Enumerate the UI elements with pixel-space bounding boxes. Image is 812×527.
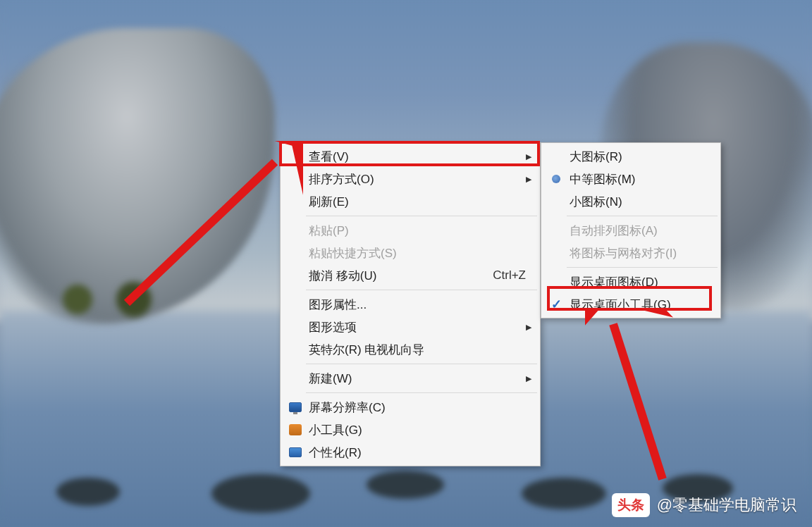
watermark-logo: 头条	[612, 493, 650, 517]
blank-icon	[546, 273, 567, 290]
menu-item-paste-shortcut: 粘贴快捷方式(S)	[282, 242, 539, 264]
menu-item-intel-tv[interactable]: 英特尔(R) 电视机向导	[282, 338, 539, 361]
submenu-item-medium-icons[interactable]: 中等图标(M)	[543, 168, 719, 190]
radio-icon	[546, 170, 567, 187]
watermark: 头条 @零基础学电脑常识	[612, 493, 796, 517]
submenu-item-large-icons[interactable]: 大图标(R)	[543, 145, 719, 168]
menu-label: 撤消 移动(U)	[309, 268, 479, 284]
submenu-item-align-grid: 将图标与网格对齐(I)	[543, 242, 719, 264]
menu-item-resolution[interactable]: 屏幕分辨率(C)	[282, 396, 539, 418]
menu-item-personalize[interactable]: 个性化(R)	[282, 441, 539, 464]
menu-label: 小图标(N)	[570, 194, 706, 210]
submenu-arrow-icon: ▶	[522, 152, 531, 161]
blank-icon	[546, 222, 567, 239]
blank-icon	[285, 267, 306, 284]
blank-icon	[546, 193, 567, 210]
blank-icon	[546, 148, 567, 165]
monitor-icon	[285, 399, 306, 416]
gadget-icon	[285, 421, 306, 438]
wallpaper-trees	[35, 268, 176, 331]
menu-label: 图形属性...	[309, 297, 526, 313]
menu-item-graphics-options[interactable]: 图形选项 ▶	[282, 316, 539, 338]
submenu-arrow-icon: ▶	[522, 175, 531, 184]
menu-item-gadgets[interactable]: 小工具(G)	[282, 418, 539, 441]
menu-separator	[567, 267, 718, 268]
menu-label: 刷新(E)	[309, 194, 526, 210]
menu-separator	[567, 216, 718, 216]
blank-icon	[285, 193, 306, 210]
menu-label: 粘贴快捷方式(S)	[309, 245, 526, 261]
menu-label: 新建(W)	[309, 371, 526, 387]
desktop-context-menu: 查看(V) ▶ 排序方式(O) ▶ 刷新(E) 粘贴(P) 粘贴快捷方式(S) …	[280, 142, 541, 466]
menu-item-view[interactable]: 查看(V) ▶	[282, 145, 539, 168]
menu-label: 显示桌面小工具(G)	[570, 297, 706, 313]
menu-label: 将图标与网格对齐(I)	[570, 245, 706, 261]
menu-item-graphics-props[interactable]: 图形属性...	[282, 293, 539, 316]
submenu-arrow-icon: ▶	[522, 323, 531, 332]
blank-icon	[285, 296, 306, 313]
menu-label: 自动排列图标(A)	[570, 223, 706, 239]
submenu-item-small-icons[interactable]: 小图标(N)	[543, 190, 719, 213]
menu-separator	[306, 216, 537, 216]
blank-icon	[285, 341, 306, 358]
blank-icon	[285, 222, 306, 239]
menu-separator	[306, 392, 537, 393]
menu-label: 个性化(R)	[309, 445, 526, 461]
menu-shortcut: Ctrl+Z	[493, 268, 526, 283]
menu-label: 图形选项	[309, 319, 526, 335]
blank-icon	[285, 148, 306, 165]
menu-label: 中等图标(M)	[570, 171, 706, 187]
blank-icon	[285, 244, 306, 261]
menu-label: 大图标(R)	[570, 149, 706, 165]
menu-label: 查看(V)	[309, 149, 526, 165]
blank-icon	[546, 244, 567, 261]
blank-icon	[285, 318, 306, 335]
menu-item-paste: 粘贴(P)	[282, 219, 539, 242]
menu-item-sort[interactable]: 排序方式(O) ▶	[282, 168, 539, 190]
menu-label: 显示桌面图标(D)	[570, 274, 706, 290]
submenu-arrow-icon: ▶	[522, 374, 531, 383]
submenu-item-show-desktop-icons[interactable]: 显示桌面图标(D)	[543, 271, 719, 293]
menu-label: 粘贴(P)	[309, 223, 526, 239]
menu-separator	[306, 290, 537, 290]
menu-item-refresh[interactable]: 刷新(E)	[282, 190, 539, 213]
menu-label: 排序方式(O)	[309, 171, 526, 187]
blank-icon	[285, 170, 306, 187]
menu-item-undo[interactable]: 撤消 移动(U) Ctrl+Z	[282, 264, 539, 287]
view-submenu: 大图标(R) 中等图标(M) 小图标(N) 自动排列图标(A) 将图标与网格对齐…	[541, 142, 721, 318]
menu-label: 小工具(G)	[309, 422, 526, 438]
menu-separator	[306, 364, 537, 364]
submenu-item-auto-arrange: 自动排列图标(A)	[543, 219, 719, 242]
watermark-text: @零基础学电脑常识	[657, 495, 796, 516]
personalize-icon	[285, 444, 306, 461]
menu-item-new[interactable]: 新建(W) ▶	[282, 367, 539, 390]
blank-icon	[285, 370, 306, 387]
submenu-item-show-gadgets[interactable]: ✓ 显示桌面小工具(G)	[543, 293, 719, 316]
menu-label: 英特尔(R) 电视机向导	[309, 342, 526, 358]
check-icon: ✓	[546, 296, 567, 313]
menu-label: 屏幕分辨率(C)	[309, 399, 526, 416]
